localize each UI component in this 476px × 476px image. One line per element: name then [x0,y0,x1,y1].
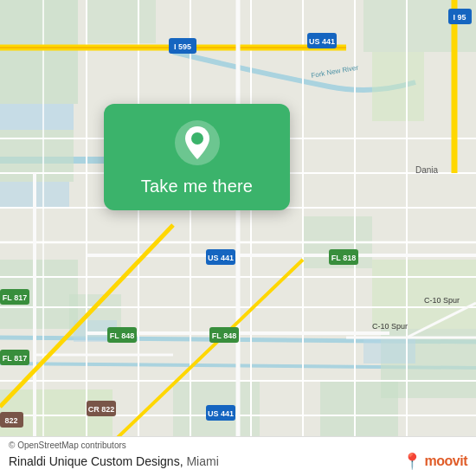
svg-text:FL 848: FL 848 [212,331,236,340]
moovit-logo: 📍 moovit [402,452,467,471]
svg-text:US 441: US 441 [309,37,335,46]
svg-text:FL 817: FL 817 [3,293,27,302]
svg-point-76 [191,132,203,145]
svg-text:FL 848: FL 848 [110,331,134,340]
svg-text:822: 822 [4,416,17,425]
take-me-there-button[interactable]: Take me there [141,177,253,196]
svg-text:US 441: US 441 [208,409,234,418]
svg-rect-6 [372,260,476,329]
location-pin-icon [174,119,221,166]
svg-text:C-10 Spur: C-10 Spur [424,296,460,305]
svg-rect-12 [363,0,476,52]
map-container: I 595 US 441 FL 817 FL 848 FL 848 US 441… [0,0,476,476]
place-city: Miami [186,454,218,468]
moovit-brand-text: moovit [425,453,467,469]
svg-rect-11 [87,0,156,43]
svg-text:Dania: Dania [415,165,439,175]
place-info-row: Rinaldi Unique Custom Designs, Miami 📍 m… [9,452,467,471]
svg-rect-1 [0,0,78,104]
bottom-info-bar: © OpenStreetMap contributors Rinaldi Uni… [0,436,476,476]
place-name-text: Rinaldi Unique Custom Designs [9,454,180,468]
svg-text:FL 817: FL 817 [3,354,27,363]
svg-rect-13 [372,52,424,121]
svg-rect-14 [0,104,74,130]
svg-text:FL 818: FL 818 [331,254,356,262]
svg-text:C-10 Spur: C-10 Spur [372,322,408,331]
navigation-card[interactable]: Take me there [104,104,290,210]
svg-text:CR 822: CR 822 [88,405,115,414]
svg-text:I 95: I 95 [453,13,466,22]
map-background: I 595 US 441 FL 817 FL 848 FL 848 US 441… [0,0,476,476]
place-name: Rinaldi Unique Custom Designs, Miami [9,454,219,468]
osm-credit: © OpenStreetMap contributors [9,441,467,450]
moovit-pin-icon: 📍 [402,452,421,471]
svg-text:I 595: I 595 [174,42,191,51]
svg-text:US 441: US 441 [208,254,234,262]
